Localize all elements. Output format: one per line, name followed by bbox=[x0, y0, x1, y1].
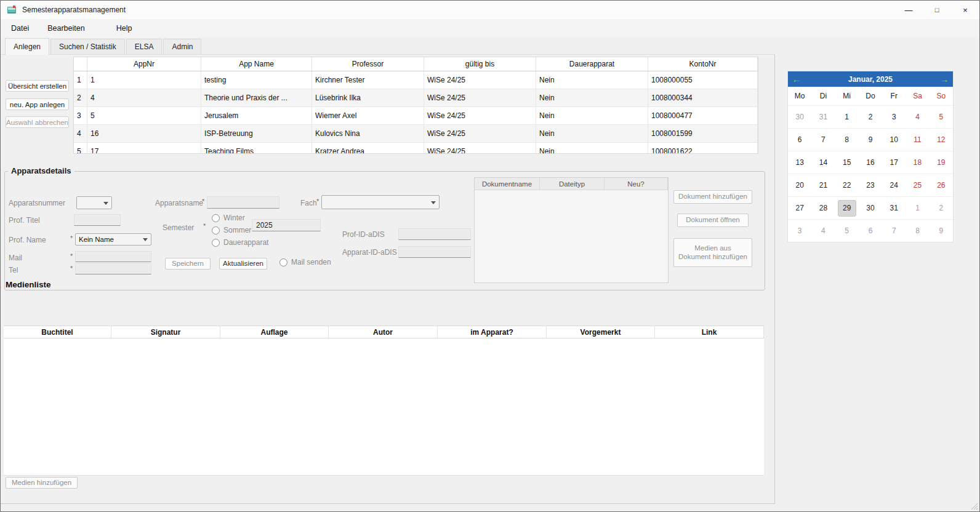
calendar-day[interactable]: 30 bbox=[859, 197, 882, 219]
calendar-day[interactable]: 6 bbox=[788, 129, 811, 151]
calendar-day[interactable]: 12 bbox=[930, 129, 953, 151]
media-column-buchtitel[interactable]: Buchtitel bbox=[4, 326, 111, 338]
calendar-day[interactable]: 31 bbox=[882, 197, 906, 219]
calendar-day[interactable]: 15 bbox=[835, 151, 859, 174]
media-column-vorgemerkt[interactable]: Vorgemerkt bbox=[547, 326, 655, 338]
calendar-day[interactable]: 11 bbox=[906, 129, 929, 151]
column-header-kontonr[interactable]: KontoNr bbox=[648, 57, 758, 71]
calendar-day[interactable]: 2 bbox=[859, 106, 882, 128]
calendar-day[interactable]: 21 bbox=[811, 174, 835, 196]
calendar-day[interactable]: 3 bbox=[882, 106, 906, 128]
sommer-radio[interactable] bbox=[212, 226, 220, 234]
auswahl-abbrechen-button[interactable]: Auswahl abbrechen bbox=[6, 116, 69, 128]
prof-id-adis-input[interactable] bbox=[398, 228, 471, 240]
calendar-title[interactable]: Januar, 2025 bbox=[848, 75, 893, 84]
maximize-button[interactable]: □ bbox=[923, 1, 951, 19]
column-header-appnr[interactable]: AppNr bbox=[87, 57, 201, 71]
menu-item-help[interactable]: Help bbox=[107, 20, 142, 36]
calendar-day[interactable]: 8 bbox=[906, 220, 929, 242]
column-header-professor[interactable]: Professor bbox=[312, 57, 424, 71]
grid-cell[interactable]: WiSe 24/25 bbox=[424, 71, 536, 89]
next-month-button[interactable]: → bbox=[937, 71, 952, 87]
calendar-day[interactable]: 7 bbox=[882, 220, 906, 242]
column-header-app-name[interactable]: App Name bbox=[201, 57, 312, 71]
medien-aus-dokument-button[interactable]: Medien aus Dokument hinzufügen bbox=[673, 238, 752, 267]
grid-cell[interactable]: Nein bbox=[536, 71, 648, 89]
calendar-day[interactable]: 8 bbox=[835, 129, 859, 151]
semester-year-input[interactable] bbox=[252, 219, 321, 231]
close-button[interactable]: × bbox=[951, 1, 979, 19]
aktualisieren-button[interactable]: Aktualisieren bbox=[219, 258, 267, 270]
grid-cell[interactable]: Nein bbox=[536, 143, 648, 154]
mail-input[interactable] bbox=[75, 251, 151, 262]
calendar-day-selected[interactable]: 29 bbox=[835, 197, 859, 219]
calendar-day[interactable]: 6 bbox=[859, 220, 882, 242]
calendar-day[interactable]: 7 bbox=[811, 129, 835, 151]
grid-cell[interactable]: Kratzer Andrea bbox=[312, 143, 424, 154]
row-number-cell[interactable]: 1 bbox=[74, 71, 87, 89]
minimize-button[interactable]: — bbox=[894, 1, 923, 19]
apparatsnummer-combo[interactable] bbox=[76, 196, 112, 209]
calendar-day[interactable]: 19 bbox=[930, 151, 953, 174]
calendar-day[interactable]: 1 bbox=[906, 197, 929, 219]
column-header-dauerapparat[interactable]: Dauerapparat bbox=[536, 57, 648, 71]
grid-cell[interactable]: WiSe 24/25 bbox=[424, 89, 536, 106]
calendar-day[interactable]: 25 bbox=[906, 174, 929, 196]
calendar-day[interactable]: 24 bbox=[882, 174, 906, 196]
calendar-day[interactable]: 18 bbox=[906, 151, 929, 174]
grid-cell[interactable]: Nein bbox=[536, 107, 648, 124]
grid-cell[interactable]: Wiemer Axel bbox=[312, 107, 424, 124]
grid-cell[interactable]: 4 bbox=[87, 89, 201, 106]
row-number-cell[interactable]: 4 bbox=[74, 125, 87, 142]
app-grid-row[interactable]: 11testingKirchner TesterWiSe 24/25Nein10… bbox=[74, 71, 758, 89]
media-column-im-apparat[interactable]: im Apparat? bbox=[438, 326, 547, 338]
calendar-day[interactable]: 31 bbox=[811, 106, 835, 128]
tel-input[interactable] bbox=[75, 263, 151, 274]
calendar-day[interactable]: 13 bbox=[788, 151, 811, 174]
grid-cell[interactable]: ISP-Betreuung bbox=[201, 125, 312, 142]
app-grid-row[interactable]: 416ISP-BetreuungKulovics NinaWiSe 24/25N… bbox=[74, 125, 758, 143]
grid-cell[interactable]: WiSe 24/25 bbox=[424, 143, 536, 154]
tab-admin[interactable]: Admin bbox=[163, 39, 201, 55]
calendar-day[interactable]: 16 bbox=[859, 151, 882, 174]
medien-hinzufuegen-button[interactable]: Medien hinzufügen bbox=[6, 477, 78, 489]
grid-cell[interactable]: 5 bbox=[87, 107, 201, 124]
grid-cell[interactable]: Lüsebrink Ilka bbox=[312, 89, 424, 106]
grid-cell[interactable]: 17 bbox=[87, 143, 201, 154]
grid-cell[interactable]: 1008001622 bbox=[648, 143, 758, 154]
calendar-day[interactable]: 1 bbox=[835, 106, 859, 128]
calendar-day[interactable]: 4 bbox=[906, 106, 929, 128]
speichern-button[interactable]: Speichern bbox=[165, 258, 211, 270]
grid-cell[interactable]: Kirchner Tester bbox=[312, 71, 424, 89]
calendar-day[interactable]: 22 bbox=[835, 174, 859, 196]
grid-cell[interactable]: WiSe 24/25 bbox=[424, 107, 536, 124]
winter-radio[interactable] bbox=[212, 214, 220, 222]
dokument-hinzufuegen-button[interactable]: Dokument hinzufügen bbox=[673, 190, 752, 204]
dokument-oeffnen-button[interactable]: Dokument öffnen bbox=[677, 214, 749, 227]
grid-cell[interactable]: WiSe 24/25 bbox=[424, 125, 536, 142]
row-number-cell[interactable]: 5 bbox=[74, 143, 87, 154]
calendar-day[interactable]: 9 bbox=[859, 129, 882, 151]
grid-cell[interactable]: Jerusalem bbox=[201, 107, 312, 124]
calendar-day[interactable]: 17 bbox=[882, 151, 906, 174]
mail-senden-checkbox[interactable] bbox=[279, 258, 287, 266]
calendar-day[interactable]: 30 bbox=[788, 106, 811, 128]
grid-cell[interactable]: Nein bbox=[536, 89, 648, 106]
grid-cell[interactable]: Kulovics Nina bbox=[312, 125, 424, 142]
grid-cell[interactable]: Teaching Films bbox=[201, 143, 312, 154]
calendar-day[interactable]: 3 bbox=[788, 220, 811, 242]
calendar-day[interactable]: 20 bbox=[788, 174, 811, 196]
calendar-day[interactable]: 28 bbox=[811, 197, 835, 219]
media-column-link[interactable]: Link bbox=[655, 326, 764, 338]
row-number-cell[interactable]: 3 bbox=[74, 107, 87, 124]
resize-grip[interactable] bbox=[971, 503, 978, 510]
dauerapparat-radio[interactable] bbox=[212, 239, 220, 247]
grid-cell[interactable]: Theorie und Praxis der ... bbox=[201, 89, 312, 106]
row-number-cell[interactable]: 2 bbox=[74, 89, 87, 106]
menu-item-datei[interactable]: Datei bbox=[2, 20, 38, 36]
grid-cell[interactable]: 16 bbox=[87, 125, 201, 142]
apparat-id-adis-input[interactable] bbox=[398, 246, 471, 258]
media-column-signatur[interactable]: Signatur bbox=[111, 326, 220, 338]
column-header-gueltig-bis[interactable]: gültig bis bbox=[424, 57, 536, 71]
media-column-autor[interactable]: Autor bbox=[329, 326, 438, 338]
